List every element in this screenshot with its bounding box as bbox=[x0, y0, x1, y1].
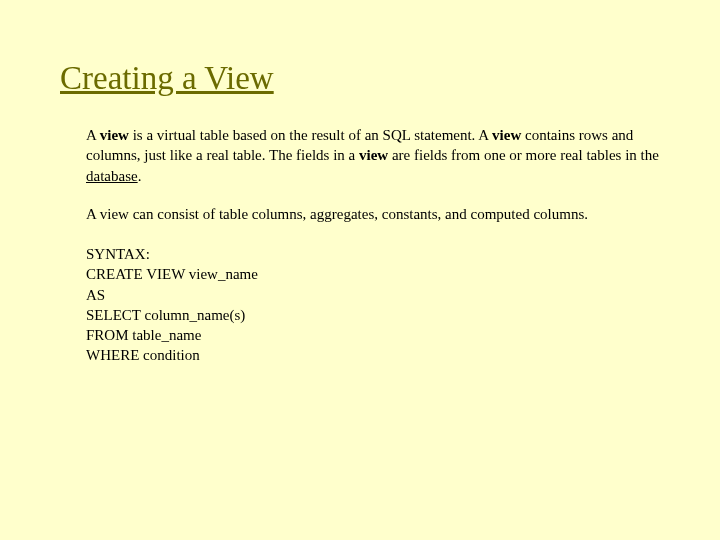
keyword-view: view bbox=[492, 127, 521, 143]
slide-title: Creating a View bbox=[60, 60, 660, 97]
paragraph-1: A view is a virtual table based on the r… bbox=[86, 125, 660, 186]
keyword-view: view bbox=[100, 127, 129, 143]
text-fragment: is a virtual table based on the result o… bbox=[129, 127, 492, 143]
keyword-database: database bbox=[86, 168, 138, 184]
text-fragment: . bbox=[138, 168, 142, 184]
keyword-view: view bbox=[359, 147, 388, 163]
syntax-block: SYNTAX: CREATE VIEW view_name AS SELECT … bbox=[86, 244, 660, 366]
text-fragment: A bbox=[86, 127, 100, 143]
syntax-line: SELECT column_name(s) bbox=[86, 305, 660, 325]
text-fragment: are fields from one or more real tables … bbox=[388, 147, 659, 163]
paragraph-2: A view can consist of table columns, agg… bbox=[86, 204, 660, 224]
slide-body: A view is a virtual table based on the r… bbox=[60, 125, 660, 366]
syntax-line: AS bbox=[86, 285, 660, 305]
syntax-line: FROM table_name bbox=[86, 325, 660, 345]
syntax-line: WHERE condition bbox=[86, 345, 660, 365]
syntax-line: CREATE VIEW view_name bbox=[86, 264, 660, 284]
slide: Creating a View A view is a virtual tabl… bbox=[0, 0, 720, 540]
syntax-line: SYNTAX: bbox=[86, 244, 660, 264]
